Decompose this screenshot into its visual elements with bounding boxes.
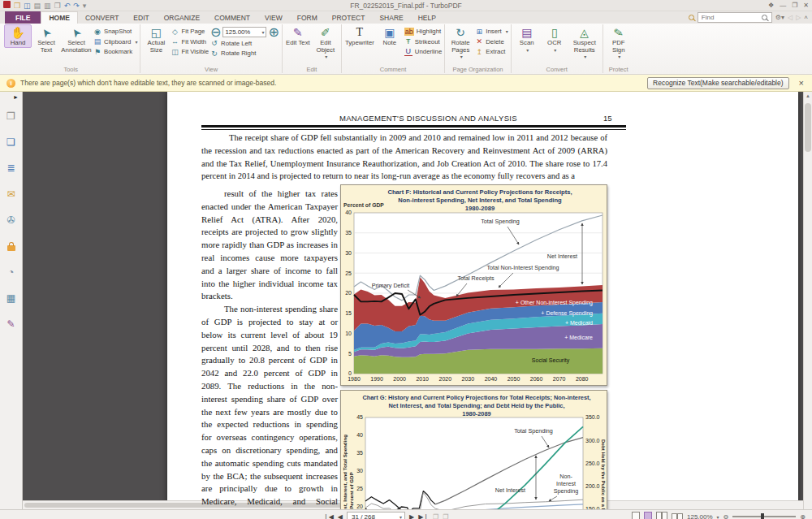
document-canvas[interactable]: MANAGEMENT'S DISCUSSION AND ANALYSIS 15 … [23, 92, 803, 509]
facing-view-icon[interactable] [656, 512, 667, 519]
zoom-out-icon[interactable]: ⊖ [210, 24, 221, 40]
continuous-view-icon[interactable] [644, 512, 652, 519]
rotate-pages-button[interactable]: ↻ Rotate Pages [447, 24, 473, 61]
snapshot-icon[interactable]: ❐ [54, 2, 61, 10]
tab-convert[interactable]: CONVERT [78, 12, 126, 24]
clipboard-button[interactable]: ▤ Clipboard [93, 37, 137, 46]
suspect-results-button[interactable]: ◬ Suspect Results [569, 24, 600, 61]
tab-organize[interactable]: ORGANIZE [157, 12, 207, 24]
first-page-icon[interactable]: ❘◀ [323, 513, 334, 519]
insert-pages-button[interactable]: ⊞ Insert [475, 27, 508, 36]
print-icon[interactable]: ▤ [34, 2, 41, 10]
ocr-button[interactable]: ▯ OCR [542, 24, 568, 54]
hand-tool-button[interactable]: ✋ Hand [4, 24, 32, 48]
fit-page-button[interactable]: ◇ Fit Page [171, 27, 209, 36]
rotate-pages-icon: ↻ [456, 26, 465, 40]
last-page-icon[interactable]: ▶❘ [418, 513, 429, 519]
find-magnifier-icon[interactable] [762, 15, 767, 20]
fit-visible-button[interactable]: ◫ Fit Visible [171, 47, 209, 56]
svg-text:30: 30 [356, 468, 363, 474]
previous-page-icon[interactable]: ◀ [338, 513, 343, 519]
underline-button[interactable]: U Underline [404, 47, 442, 56]
actual-size-button[interactable]: ◱ Actual Size [143, 24, 169, 54]
vertical-scrollbar[interactable]: ▲ [803, 92, 812, 509]
scroll-up-icon[interactable]: ▲ [804, 92, 812, 101]
group-page-organization: ↻ Rotate Pages ⊞ Insert ✕ Delete ↥ Extra… [444, 24, 511, 73]
search-icon[interactable] [689, 15, 694, 20]
document-history-panel-icon[interactable]: ◔ [0, 259, 22, 285]
zoom-in-icon[interactable]: ⊕ [268, 24, 279, 40]
single-page-view-icon[interactable] [632, 512, 640, 519]
extract-pages-button[interactable]: ↥ Extract [475, 47, 508, 56]
find-next-icon[interactable]: ▷ [796, 14, 801, 21]
tab-share[interactable]: SHARE [372, 12, 410, 24]
bookmark-button[interactable]: ⚑ Bookmark [93, 47, 137, 56]
save-icon[interactable]: ◫ [24, 2, 31, 10]
zoom-out-status-icon[interactable]: ⊖ [723, 513, 729, 519]
page-number-input[interactable] [350, 513, 392, 519]
group-tools: ✋ Hand ➤ Select Text ➤ Select Annotation… [2, 24, 140, 73]
zoom-slider[interactable] [732, 516, 796, 517]
tab-file[interactable]: FILE [5, 11, 41, 24]
close-button[interactable]: ✕ [803, 2, 809, 9]
delete-pages-button[interactable]: ✕ Delete [475, 37, 508, 46]
split-view-icon[interactable] [672, 513, 683, 519]
strikeout-button[interactable]: Ŧ Strikeout [404, 37, 442, 46]
column-paragraph: result of the higher tax rates enacted u… [201, 188, 338, 303]
ribbon-style-icon[interactable]: ❖ [768, 2, 774, 9]
pdf-sign-button[interactable]: ✎ PDF Sign [606, 24, 632, 61]
rotate-right-button[interactable]: ↻ Rotate Right [210, 49, 279, 58]
zoom-in-status-icon[interactable]: ⊕ [800, 513, 806, 519]
page-list-caret-icon[interactable]: ▾ [400, 514, 402, 519]
security-panel-icon[interactable] [0, 233, 22, 259]
undo-icon[interactable]: ↶ [64, 2, 71, 10]
fit-width-button[interactable]: ↔ Fit Width [171, 37, 209, 46]
select-text-button[interactable]: ➤ Select Text [33, 24, 59, 54]
rotate-left-button[interactable]: ↺ Rotate Left [210, 39, 279, 48]
app-icon[interactable] [3, 1, 11, 10]
tab-view[interactable]: VIEW [257, 12, 290, 24]
tab-edit[interactable]: EDIT [126, 12, 156, 24]
customize-toolbar-icon[interactable]: ▾ [83, 2, 87, 10]
tab-protect[interactable]: PROTECT [325, 12, 373, 24]
zoom-level-combo[interactable]: 125.00%▾ [222, 27, 266, 37]
edit-object-button[interactable]: ✐ Edit Object [313, 24, 339, 61]
redo-icon[interactable]: ↷ [73, 2, 80, 10]
fields-panel-icon[interactable]: ▦ [0, 285, 22, 311]
edit-text-button[interactable]: ✎ Edit Text [285, 24, 311, 47]
collapse-ribbon-icon[interactable]: ˄ [804, 14, 808, 21]
tab-home[interactable]: HOME [41, 11, 78, 24]
comments-panel-icon[interactable]: ✉ [0, 181, 22, 207]
scan-button[interactable]: ▤ Scan [514, 24, 540, 54]
layers-panel-icon[interactable]: ≣ [0, 155, 22, 181]
find-previous-icon[interactable]: ◁ [788, 14, 793, 21]
pages-panel-icon[interactable]: ❏ [0, 129, 22, 155]
email-icon[interactable]: ▥ [44, 2, 51, 10]
find-options-icon[interactable]: ⚙▾ [775, 14, 784, 21]
next-page-icon[interactable]: ▶ [409, 513, 414, 519]
pdf-page[interactable]: MANAGEMENT'S DISCUSSION AND ANALYSIS 15 … [167, 92, 798, 509]
bookmarks-panel-icon[interactable]: ❐ [0, 103, 22, 129]
open-file-icon[interactable]: ❒ [14, 2, 20, 10]
notice-close-icon[interactable]: × [799, 78, 804, 88]
zoom-slider-thumb[interactable] [761, 513, 764, 519]
tab-comment[interactable]: COMMENT [207, 12, 257, 24]
select-annotation-button[interactable]: ➤ Select Annotation [61, 24, 92, 54]
signatures-panel-icon[interactable]: ✎ [0, 311, 22, 337]
attachments-panel-icon[interactable]: ✇ [0, 207, 22, 233]
minimize-button[interactable]: — [780, 2, 786, 9]
highlight-button[interactable]: ab Highlight [404, 27, 442, 36]
tab-form[interactable]: FORM [290, 12, 325, 24]
typewriter-button[interactable]: T Typewriter [344, 24, 375, 47]
restore-button[interactable]: ❐ [792, 2, 797, 9]
recognize-text-button[interactable]: Recognize Text(Make searchable/editable) [647, 77, 789, 89]
zoom-caret-icon[interactable]: ▾ [717, 514, 719, 519]
vertical-scrollbar-thumb[interactable] [805, 103, 811, 152]
expand-panel-icon[interactable]: ► [13, 94, 19, 100]
next-view-icon[interactable]: ❐ [443, 513, 448, 519]
previous-view-icon[interactable]: ❐ [433, 513, 438, 519]
tab-help[interactable]: HELP [411, 12, 443, 24]
note-button[interactable]: ▣ Note [377, 24, 403, 47]
snapshot-button[interactable]: ◉ SnapShot [93, 27, 137, 36]
find-input[interactable] [700, 13, 760, 22]
